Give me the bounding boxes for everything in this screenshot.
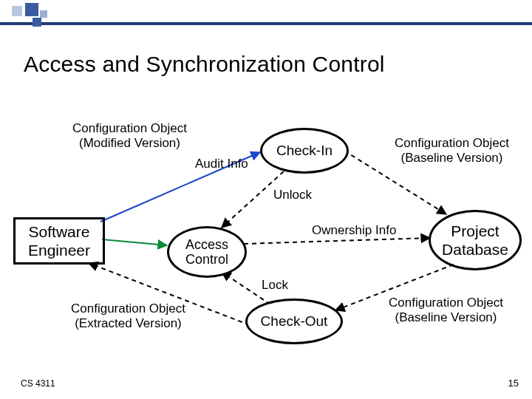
- label-ownership-info: Ownership Info: [312, 223, 396, 238]
- footer-page: 15: [508, 378, 519, 389]
- node-check-out: Check-Out: [245, 299, 343, 344]
- label-config-modified: Configuration Object(Modified Version): [72, 121, 187, 151]
- svg-line-1: [102, 239, 167, 245]
- label-config-baseline-top: Configuration Object(Baseline Version): [395, 136, 509, 166]
- footer-course: CS 4311: [21, 378, 55, 389]
- label-config-baseline-bottom: Configuration Object(Baseline Version): [389, 296, 503, 325]
- label-audit-info: Audit Info: [195, 157, 248, 171]
- label-config-extracted: Configuration Object(Extracted Version): [71, 301, 185, 331]
- node-access-control: AccessControl: [167, 226, 247, 278]
- node-project-database: ProjectDatabase: [429, 210, 522, 270]
- label-lock: Lock: [262, 278, 288, 293]
- label-unlock: Unlock: [273, 188, 312, 202]
- node-check-in: Check-In: [260, 128, 349, 174]
- node-software-engineer: SoftwareEngineer: [13, 217, 105, 265]
- svg-line-4: [244, 238, 430, 244]
